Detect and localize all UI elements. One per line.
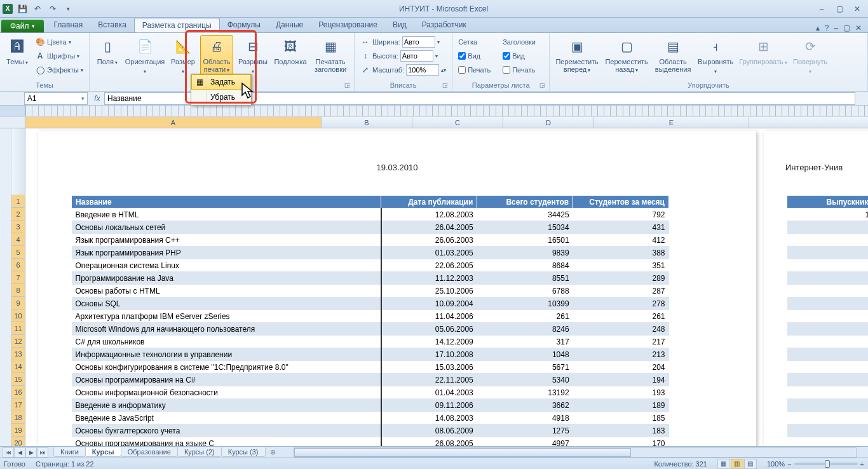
ribbon-tab-7[interactable]: Разработчик xyxy=(414,18,474,32)
minimize-button[interactable]: – xyxy=(813,3,830,15)
row-header-7[interactable]: 7 xyxy=(11,271,25,284)
sheet-tab-4[interactable]: Курсы (3) xyxy=(221,447,266,457)
print-titles-button[interactable]: ▦Печатать заголовки xyxy=(311,35,350,74)
row-header-19[interactable]: 19 xyxy=(11,424,25,437)
row-header-10[interactable]: 10 xyxy=(11,309,25,322)
row-header-15[interactable]: 15 xyxy=(11,373,25,386)
table-row[interactable]: 17 xyxy=(787,234,869,247)
print-area-set-item[interactable]: ▦Задать xyxy=(191,74,251,90)
table-row[interactable]: Основы конфигурирования в системе "1С:Пр… xyxy=(72,361,669,374)
help-icon[interactable]: ? xyxy=(825,24,829,32)
row-header-11[interactable]: 11 xyxy=(11,322,25,335)
column-header-B[interactable]: B xyxy=(322,117,412,128)
sheet-nav-prev-icon[interactable]: ◀ xyxy=(14,447,25,458)
table-row[interactable]: 16 xyxy=(787,412,869,425)
close-button[interactable]: ✕ xyxy=(849,3,865,15)
row-header-1[interactable]: 1 xyxy=(11,195,25,208)
theme-effects-button[interactable]: ◯Эффекты ▾ xyxy=(33,63,85,77)
row-header-2[interactable]: 2 xyxy=(11,208,25,221)
table-header[interactable]: Название xyxy=(72,196,381,208)
height-select[interactable] xyxy=(400,50,433,62)
sheet-tab-3[interactable]: Курсы (2) xyxy=(177,447,222,457)
row-header-4[interactable]: 4 xyxy=(11,233,25,246)
column-header-E[interactable]: E xyxy=(594,117,749,128)
maximize-button[interactable]: ▢ xyxy=(831,3,848,15)
redo-icon[interactable]: ↷ xyxy=(47,3,58,15)
table-header[interactable]: Всего студентов xyxy=(477,196,573,208)
table-row[interactable]: 6 xyxy=(787,437,869,447)
qat-more-icon[interactable]: ▾ xyxy=(62,3,74,15)
worksheet[interactable]: 19.03.2010 Интернет-Унив НазваниеДата пу… xyxy=(25,128,868,446)
table-row[interactable]: Язык программирования C++26.06.200316501… xyxy=(72,234,669,247)
size-button[interactable]: 📐Размер xyxy=(168,35,198,77)
table-row[interactable]: Программирование на Java11.12.2003855128… xyxy=(72,272,669,285)
gridlines-print-checkbox[interactable]: Печать xyxy=(456,63,498,77)
headings-print-checkbox[interactable]: Печать xyxy=(501,63,545,77)
table-row[interactable]: 25 xyxy=(787,221,869,234)
table-row[interactable]: 4 xyxy=(787,348,869,361)
group-button[interactable]: ⊞Группировать xyxy=(738,35,789,68)
scale-dialog-icon[interactable]: ◲ xyxy=(442,82,450,90)
row-header-9[interactable]: 9 xyxy=(11,297,25,309)
zoom-value[interactable]: 100% xyxy=(767,460,785,468)
column-header-A[interactable]: A xyxy=(25,117,322,128)
sheet-nav-next-icon[interactable]: ▶ xyxy=(25,447,37,458)
margins-button[interactable]: ▯Поля xyxy=(93,35,121,68)
table-row[interactable]: Основы SQL10.09.200410399278 xyxy=(72,297,669,310)
table-row[interactable]: 12 xyxy=(787,247,869,259)
view-normal-icon[interactable]: ▦ xyxy=(717,459,730,469)
table-row[interactable]: 127 xyxy=(787,208,869,221)
bring-forward-button[interactable]: ▣Переместить вперед xyxy=(553,35,600,76)
row-header-6[interactable]: 6 xyxy=(11,259,25,271)
minimize-ribbon-icon[interactable]: ▴ xyxy=(816,24,820,32)
table-row[interactable] xyxy=(787,336,869,348)
table-header[interactable]: Выпускников xyxy=(787,196,869,208)
themes-button[interactable]: 🅰 Темы xyxy=(4,35,31,68)
row-header-3[interactable]: 3 xyxy=(11,221,25,233)
table-row[interactable]: Введение в информатику09.11.20063662189 xyxy=(72,399,669,412)
zoom-slider[interactable] xyxy=(794,463,858,465)
sheet-opts-dialog-icon[interactable]: ◲ xyxy=(539,82,547,90)
zoom-in-icon[interactable]: + xyxy=(860,460,864,468)
file-tab[interactable]: Файл xyxy=(1,20,44,32)
table-row[interactable]: Основы информационной безопасности01.04.… xyxy=(72,386,669,399)
row-header-17[interactable]: 17 xyxy=(11,398,25,411)
table-row[interactable]: Введение в HTML12.08.200334425792 xyxy=(72,208,669,221)
row-header-13[interactable]: 13 xyxy=(11,348,25,360)
table-row[interactable]: Введение в JavaScript14.08.20034918185 xyxy=(72,412,669,425)
table-row[interactable]: 38 xyxy=(787,386,869,399)
select-all-corner[interactable] xyxy=(0,117,25,128)
table-row[interactable]: 14 xyxy=(787,361,869,374)
send-backward-button[interactable]: ▢Переместить назад xyxy=(603,35,650,76)
table-header[interactable]: Студентов за месяц xyxy=(573,196,669,208)
table-header[interactable]: Дата публикации xyxy=(381,196,477,208)
view-page-layout-icon[interactable]: ▥ xyxy=(731,459,743,469)
table-row[interactable] xyxy=(787,374,869,386)
data-table-2[interactable]: Выпускников12725171210826559414386166 xyxy=(787,195,868,446)
doc-close-icon[interactable]: ✕ xyxy=(855,24,862,32)
width-select[interactable] xyxy=(402,36,435,48)
table-row[interactable]: 59 xyxy=(787,323,869,336)
breaks-button[interactable]: ⊟Разрывы xyxy=(236,35,270,77)
sheet-tab-0[interactable]: Книги xyxy=(53,447,86,457)
selection-pane-button[interactable]: ▤Область выделения xyxy=(653,35,693,74)
rotate-button[interactable]: ⟳Повернуть xyxy=(791,35,829,77)
row-header-8[interactable]: 8 xyxy=(11,284,25,297)
view-page-break-icon[interactable]: ▤ xyxy=(744,459,757,469)
row-header-12[interactable]: 12 xyxy=(11,335,25,348)
orientation-button[interactable]: 📄Ориентация xyxy=(124,35,166,77)
row-header-14[interactable]: 14 xyxy=(11,360,25,373)
table-row[interactable]: 8 xyxy=(787,272,869,285)
sheet-tab-1[interactable]: Курсы xyxy=(85,447,121,457)
fx-button[interactable]: fx xyxy=(90,94,104,103)
sheet-nav-last-icon[interactable]: ⏭ xyxy=(37,447,48,458)
ribbon-tab-3[interactable]: Формулы xyxy=(220,18,268,32)
column-header-C[interactable]: C xyxy=(412,117,503,128)
new-sheet-icon[interactable]: ⊕ xyxy=(265,448,281,456)
table-row[interactable] xyxy=(787,310,869,323)
table-row[interactable]: Операционная система Linux22.06.20058684… xyxy=(72,259,669,272)
table-row[interactable]: Основы программирования на языке C26.08.… xyxy=(72,437,669,447)
page-setup-dialog-icon[interactable]: ◲ xyxy=(344,82,352,90)
table-row[interactable]: 10 xyxy=(787,259,869,272)
table-row[interactable]: Язык программирования PHP01.03.200598393… xyxy=(72,247,669,259)
